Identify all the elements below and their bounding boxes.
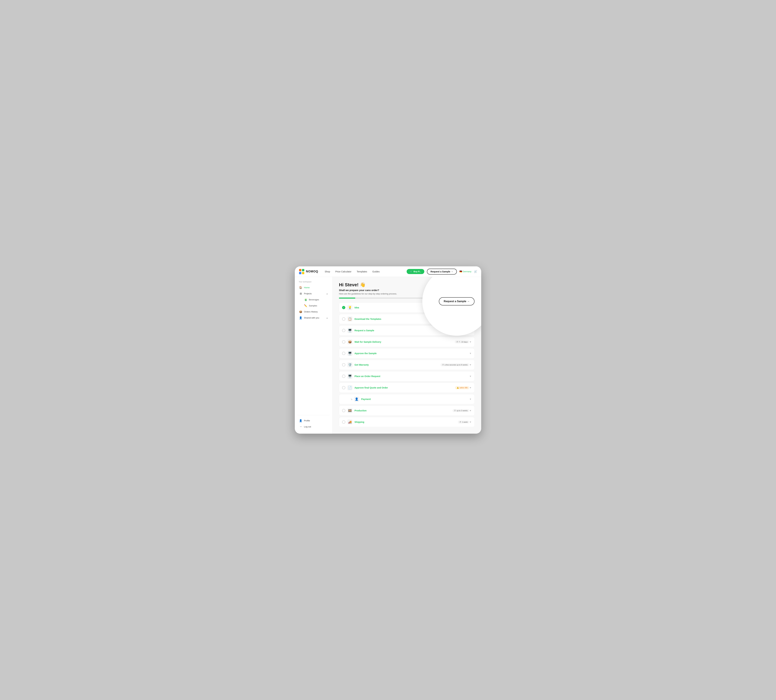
sidebar-item-orders-history[interactable]: 📦 Orders History [297, 309, 330, 315]
svg-rect-3 [302, 272, 304, 274]
step-approve-quote[interactable]: 📄 Approve final Quote and Order ⚠️ withi… [339, 383, 475, 393]
sidebar-item-home[interactable]: 🏠 Home [297, 285, 330, 290]
sidebar-item-samples[interactable]: ✏️ Samples [302, 303, 330, 308]
step-place-label: Place an Order Request [355, 375, 469, 378]
step-payment-label: Payment [361, 398, 469, 400]
step-request-icon: 🖥️ [347, 328, 353, 333]
step-approve-chevron: ▼ [469, 352, 471, 355]
progress-bar-fill [339, 298, 355, 298]
step-get-warranty[interactable]: 🛡️ Get Warranty ⏱ a few seconds up to 8 … [339, 360, 475, 370]
step-idea-icon: 💡 [347, 305, 353, 310]
step-place-chevron: ▼ [469, 375, 471, 378]
nav-guides[interactable]: Guides [372, 270, 380, 273]
main-nav: Shop Price Calculator Templates Guides [325, 270, 406, 273]
cart-header-icon[interactable]: 🛒 [474, 270, 477, 273]
main-layout: Your workspace 🏠 Home ⊞ Projects ▲ 🧃 Bev… [295, 277, 481, 433]
step-quote-badge-text: within 48h [460, 387, 468, 389]
step-payment-indent-icon: ↳ [351, 398, 353, 401]
step-payment-icon: 👤 [354, 397, 359, 402]
sidebar-item-projects[interactable]: ⊞ Projects ▲ [297, 291, 330, 297]
step-wait-badge: ⏱ 7 - 10 days [455, 340, 469, 343]
step-approve-label: Approve the Sample [355, 352, 469, 355]
step-shipping-label: Shipping [355, 421, 456, 423]
step-approve-circle [342, 352, 345, 355]
country-selector[interactable]: 🇩🇪 Germany [460, 270, 471, 273]
step-payment-chevron: ▼ [469, 398, 471, 400]
step-payment[interactable]: ↳ 👤 Payment ▼ [339, 394, 475, 404]
step-shipping-badge: ⏱ 1 week [458, 420, 469, 423]
step-warranty-circle [342, 363, 345, 367]
shared-icon: 👤 [299, 316, 302, 319]
sidebar-logout-label: Log out [304, 425, 311, 428]
nav-shop[interactable]: Shop [325, 270, 330, 273]
projects-icon: ⊞ [299, 292, 302, 295]
sidebar-beverages-label: Beverages [309, 298, 319, 301]
step-quote-label: Approve final Quote and Order [355, 387, 453, 389]
step-production-badge: ⏱ up to 3 weeks [453, 409, 469, 412]
step-request-circle [342, 329, 345, 332]
svg-rect-2 [299, 272, 301, 274]
step-production-chevron: ▼ [469, 409, 471, 412]
step-production-badge-icon: ⏱ [454, 410, 456, 412]
popup-inner: Request a Sample → [432, 291, 481, 312]
profile-icon: 👤 [299, 419, 302, 422]
sidebar-item-logout[interactable]: → Log out [297, 424, 330, 429]
step-shipping-circle [342, 420, 345, 424]
step-approve-sample[interactable]: 🖥️ Approve the Sample ▼ [339, 348, 475, 358]
logo[interactable]: NOMOQ [299, 268, 318, 275]
cart-icon: 🛒 [410, 270, 413, 273]
step-place-circle [342, 375, 345, 378]
beverages-icon: 🧃 [304, 298, 307, 301]
sidebar-item-profile[interactable]: 👤 Profile [297, 418, 330, 423]
sidebar-shared-label: Shared with you [304, 317, 319, 319]
svg-rect-0 [299, 269, 301, 271]
home-icon: 🏠 [299, 286, 302, 289]
nav-templates[interactable]: Templates [357, 270, 367, 273]
buy-button[interactable]: 🛒 Buy P... [406, 269, 424, 274]
step-shipping-badge-icon: ⏱ [460, 421, 461, 423]
step-shipping[interactable]: 🚚 Shipping ⏱ 1 week ▼ [339, 417, 475, 427]
sidebar-item-beverages[interactable]: 🧃 Beverages [302, 297, 330, 302]
sidebar: Your workspace 🏠 Home ⊞ Projects ▲ 🧃 Bev… [295, 277, 332, 433]
step-wait-label: Wait for Sample Delivery [355, 341, 453, 343]
popup-request-sample-button[interactable]: Request a Sample → [439, 297, 475, 305]
step-quote-chevron: ▼ [469, 387, 471, 389]
nav-price-calculator[interactable]: Price Calculator [335, 270, 351, 273]
orders-icon: 📦 [299, 310, 302, 313]
step-wait-delivery[interactable]: 📦 Wait for Sample Delivery ⏱ 7 - 10 days… [339, 337, 475, 347]
step-shipping-chevron: ▼ [469, 421, 471, 423]
logout-icon: → [299, 425, 302, 428]
step-warranty-label: Get Warranty [355, 363, 439, 366]
logo-text: NOMOQ [306, 270, 318, 273]
step-wait-badge-icon: ⏱ [456, 341, 458, 343]
step-warranty-chevron: ▼ [469, 363, 471, 366]
header: NOMOQ Shop Price Calculator Templates Gu… [295, 267, 481, 277]
step-quote-circle [342, 386, 345, 389]
step-wait-chevron: ▼ [469, 341, 471, 343]
step-place-order[interactable]: 🖥️ Place an Order Request ▼ [339, 371, 475, 381]
header-actions: 🛒 Buy P... Request a Sample → 🇩🇪 Germany… [406, 268, 477, 275]
step-warranty-badge-text: a few seconds up to 8 weeks [445, 364, 468, 366]
step-wait-circle [342, 340, 345, 343]
svg-rect-1 [302, 269, 304, 271]
step-wait-badge-text: 7 - 10 days [459, 341, 468, 343]
sidebar-sub-projects: 🧃 Beverages ✏️ Samples [302, 297, 330, 309]
step-download-icon: 📋 [347, 317, 353, 322]
sidebar-bottom: 👤 Profile → Log out [297, 415, 330, 430]
shared-chevron-icon: ▲ [326, 317, 328, 319]
step-shipping-icon: 🚚 [347, 419, 353, 425]
workspace-label: Your workspace [297, 281, 330, 283]
sidebar-orders-label: Orders History [304, 310, 318, 313]
request-sample-header-button[interactable]: Request a Sample → [427, 268, 457, 275]
step-quote-badge-icon: ⚠️ [457, 387, 459, 389]
step-idea-circle: ✓ [342, 306, 345, 309]
step-production-badge-text: up to 3 weeks [456, 410, 468, 412]
step-place-icon: 🖥️ [347, 373, 353, 379]
step-approve-icon: 🖥️ [347, 351, 353, 356]
step-quote-badge: ⚠️ within 48h [455, 386, 470, 389]
step-shipping-badge-text: 1 week [462, 421, 468, 423]
sidebar-projects-label: Projects [304, 292, 311, 295]
step-production[interactable]: 🎞️ Production ⏱ up to 3 weeks ▼ [339, 405, 475, 416]
sidebar-samples-label: Samples [309, 305, 317, 307]
sidebar-item-shared[interactable]: 👤 Shared with you ▲ [297, 315, 330, 321]
